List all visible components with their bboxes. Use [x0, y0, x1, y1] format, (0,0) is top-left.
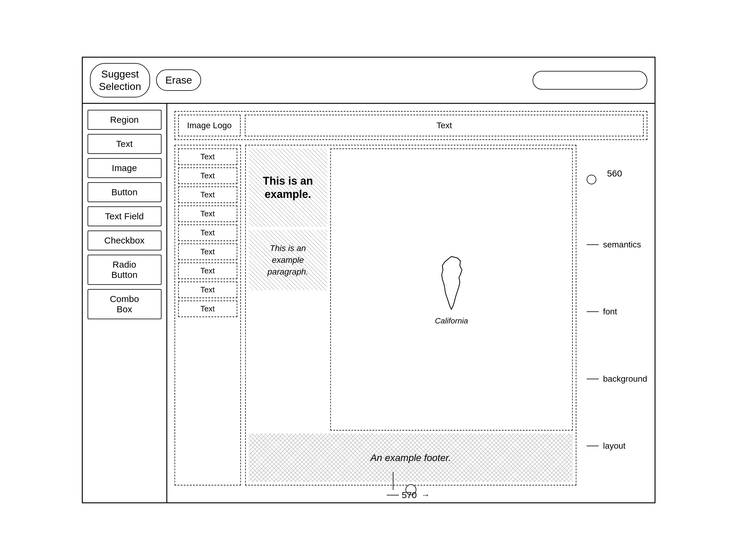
list-item: Text — [178, 224, 237, 241]
sidebar-btn-combobox[interactable]: Combo Box — [88, 289, 161, 319]
bold-example-box: This is an example. — [249, 148, 327, 227]
list-item: Text — [178, 282, 237, 298]
list-item: Text — [178, 186, 237, 203]
content-area: Image Logo Text Text Text Text Text Text — [167, 104, 655, 502]
sidebar-btn-checkbox[interactable]: Checkbox — [88, 231, 161, 250]
erase-button[interactable]: Erase — [156, 69, 201, 91]
toolbar: Suggest Selection Erase — [83, 58, 655, 104]
outer-wrapper: Suggest Selection Erase Region Text Imag… — [37, 24, 701, 536]
sidebar-btn-textfield[interactable]: Text Field — [88, 206, 161, 226]
font-label-row: font — [587, 307, 647, 317]
connector-570-line — [393, 472, 394, 490]
node-560 — [587, 175, 596, 184]
suggest-selection-button[interactable]: Suggest Selection — [90, 63, 150, 97]
sidebar-btn-text[interactable]: Text — [88, 134, 161, 154]
image-logo-box: Image Logo — [178, 115, 241, 136]
right-section: This is an example. This is an example p… — [245, 145, 577, 485]
font-line — [587, 311, 599, 312]
list-item: Text — [178, 205, 237, 222]
body-area: Region Text Image Button Text Field Chec… — [83, 104, 655, 502]
list-item: Text — [178, 167, 237, 184]
right-labels-panel: semantics font background layout — [581, 145, 647, 485]
italic-example-box: This is an example paragraph. — [249, 230, 327, 290]
sidebar-btn-image[interactable]: Image — [88, 158, 161, 178]
annotation-560: 560 — [607, 168, 622, 179]
main-container: Suggest Selection Erase Region Text Imag… — [82, 57, 656, 503]
sidebar: Region Text Image Button Text Field Chec… — [83, 104, 167, 502]
california-map-box: California — [330, 148, 573, 431]
text-column: Text Text Text Text Text Text Text Text … — [174, 145, 241, 485]
content-header: Image Logo Text — [174, 111, 647, 140]
background-label-row: background — [587, 374, 647, 384]
layout-line — [587, 446, 599, 446]
center-column: This is an example. This is an example p… — [249, 148, 327, 431]
list-item: Text — [178, 301, 237, 317]
middle-row: This is an example. This is an example p… — [249, 148, 573, 431]
california-wrapper: California — [424, 253, 479, 326]
annotation-570-row: 570 → — [387, 490, 430, 500]
annotation-570-area: 570 → — [387, 472, 430, 500]
layout-label-row: layout — [587, 441, 647, 451]
list-item: Text — [178, 148, 237, 165]
background-line — [587, 379, 599, 379]
toolbar-input[interactable] — [533, 71, 647, 90]
sidebar-btn-button[interactable]: Button — [88, 182, 161, 202]
connector-570-horiz — [387, 495, 399, 495]
sidebar-btn-region[interactable]: Region — [88, 110, 161, 130]
list-item: Text — [178, 263, 237, 279]
california-map-svg — [424, 253, 479, 314]
semantics-line — [587, 244, 599, 245]
list-item: Text — [178, 243, 237, 260]
sidebar-btn-radiobutton[interactable]: Radio Button — [88, 255, 161, 285]
semantics-label-row: semantics — [587, 240, 647, 250]
content-body: Text Text Text Text Text Text Text Text … — [174, 145, 647, 485]
header-text-box: Text — [245, 115, 643, 136]
